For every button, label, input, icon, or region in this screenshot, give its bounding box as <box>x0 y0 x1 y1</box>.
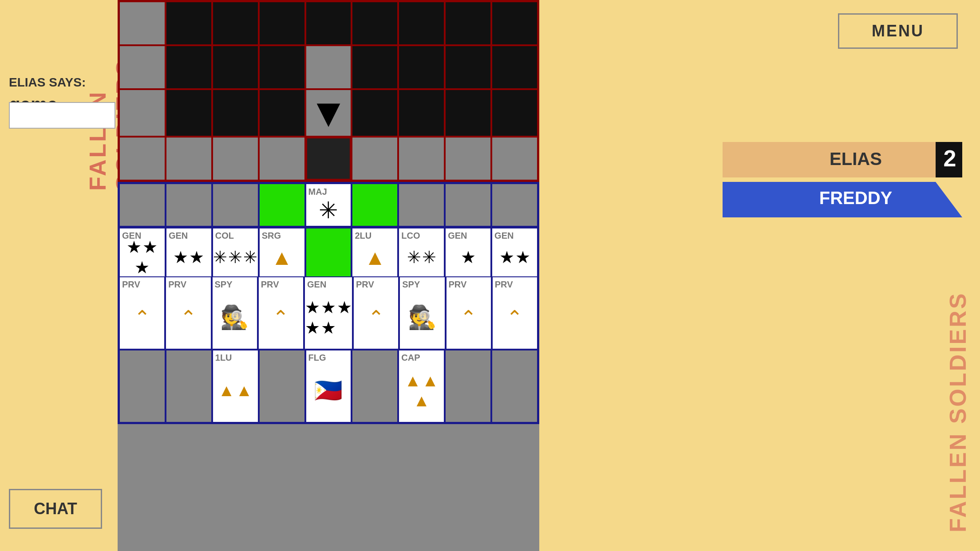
player-row2: PRV ⌃ PRV ⌃ SPY 🕵 PRV ⌃ <box>119 276 538 350</box>
piece-gen3star[interactable]: GEN ★★★ <box>119 228 166 278</box>
game-board: ▼ MAJ ✳ <box>118 0 539 551</box>
enemy-cell[interactable] <box>352 1 398 45</box>
enemy-cell[interactable] <box>352 45 398 89</box>
piece-gen5star[interactable]: GEN ★★★ ★★ <box>304 276 353 350</box>
left-panel: FALLEN SOLDIERS ELIAS SAYS: game CHAT <box>0 0 118 551</box>
player-cell[interactable] <box>491 183 538 227</box>
enemy-cell[interactable] <box>398 1 445 45</box>
enemy-cell[interactable] <box>212 137 259 181</box>
player-cell[interactable] <box>398 183 445 227</box>
player-cell[interactable] <box>212 183 259 227</box>
enemy-cell[interactable] <box>491 1 538 45</box>
enemy-cell[interactable] <box>259 1 305 45</box>
enemy-cell[interactable] <box>445 89 491 137</box>
player-cell-green[interactable] <box>352 183 398 227</box>
enemy-cell[interactable] <box>166 1 212 45</box>
enemy-cell[interactable] <box>445 1 491 45</box>
chat-input-box[interactable] <box>9 102 115 129</box>
enemy-cell[interactable] <box>491 137 538 181</box>
enemy-cell[interactable] <box>445 45 491 89</box>
enemy-cell[interactable] <box>445 137 491 181</box>
selected-enemy-cell[interactable] <box>305 137 352 181</box>
enemy-cell[interactable] <box>352 137 398 181</box>
enemy-cell[interactable] <box>398 45 445 89</box>
enemy-cell[interactable] <box>491 89 538 137</box>
enemy-cell[interactable] <box>305 45 352 89</box>
arrow-cell[interactable]: ▼ <box>305 89 352 137</box>
player-cell-empty[interactable] <box>259 350 305 423</box>
player-cell-empty[interactable] <box>445 350 491 423</box>
piece-prv6[interactable]: PRV ⌃ <box>492 276 538 350</box>
piece-prv5[interactable]: PRV ⌃ <box>446 276 492 350</box>
player-row3: 1LU ▲▲ FLG 🇵🇭 CAP ▲▲▲ <box>119 350 538 423</box>
maj-cell[interactable]: MAJ ✳ <box>305 183 352 227</box>
enemy-cell[interactable] <box>119 137 166 181</box>
enemy-cell[interactable] <box>398 89 445 137</box>
player-cell-empty[interactable] <box>119 350 166 423</box>
right-panel: MENU ELIAS 2 FREDDY FALLEN SOLDIERS <box>539 0 980 551</box>
piece-col[interactable]: COL ✳✳✳ <box>212 228 259 278</box>
piece-cap[interactable]: CAP ▲▲▲ <box>398 350 445 423</box>
piece-prv3[interactable]: PRV ⌃ <box>258 276 304 350</box>
elias-says-label: ELIAS SAYS: <box>9 75 86 90</box>
piece-spy1[interactable]: SPY 🕵 <box>212 276 258 350</box>
enemy-cell[interactable] <box>305 1 352 45</box>
score-badges: ELIAS 2 FREDDY <box>714 133 971 226</box>
piece-2lu[interactable]: 2LU ▲ <box>352 228 398 278</box>
player-cell-empty[interactable] <box>352 350 398 423</box>
enemy-cell[interactable] <box>166 89 212 137</box>
enemy-cell[interactable] <box>166 137 212 181</box>
player-special-row: MAJ ✳ <box>119 183 538 228</box>
piece-gen2star[interactable]: GEN ★★ <box>166 228 212 278</box>
enemy-cell[interactable] <box>352 89 398 137</box>
piece-flg[interactable]: FLG 🇵🇭 <box>305 350 352 423</box>
piece-prv1[interactable]: PRV ⌃ <box>119 276 165 350</box>
piece-prv2[interactable]: PRV ⌃ <box>165 276 211 350</box>
player-cell-green[interactable] <box>305 228 352 278</box>
player-zone: MAJ ✳ GEN ★★★ GEN ★★ COL <box>118 182 539 424</box>
player-row1: GEN ★★★ GEN ★★ COL ✳✳✳ SRG ▲ <box>119 228 538 276</box>
enemy-cell[interactable] <box>119 45 166 89</box>
enemy-cell[interactable] <box>119 1 166 45</box>
enemy-cell[interactable] <box>259 45 305 89</box>
chat-button[interactable]: CHAT <box>9 489 102 529</box>
piece-gen2star-b[interactable]: GEN ★★ <box>491 228 538 278</box>
badge-svg-area: ELIAS 2 FREDDY <box>714 133 971 228</box>
enemy-cell[interactable] <box>491 45 538 89</box>
freddy-name-badge: FREDDY <box>819 188 893 208</box>
player-cell[interactable] <box>119 183 166 227</box>
enemy-cell[interactable] <box>212 1 259 45</box>
enemy-cell[interactable] <box>212 89 259 137</box>
enemy-cell[interactable] <box>119 89 166 137</box>
player-cell[interactable] <box>166 183 212 227</box>
svg-text:2: 2 <box>944 146 956 171</box>
enemy-cell[interactable] <box>259 137 305 181</box>
menu-button[interactable]: MENU <box>838 13 958 49</box>
player-cell[interactable] <box>445 183 491 227</box>
player-cell-empty[interactable] <box>166 350 212 423</box>
piece-prv4[interactable]: PRV ⌃ <box>353 276 399 350</box>
enemy-cell[interactable] <box>212 45 259 89</box>
enemy-cell[interactable] <box>398 137 445 181</box>
elias-name-badge: ELIAS <box>830 149 882 169</box>
piece-gen1star[interactable]: GEN ★ <box>445 228 491 278</box>
piece-spy2[interactable]: SPY 🕵 <box>399 276 445 350</box>
enemy-cell[interactable] <box>259 89 305 137</box>
piece-1lu[interactable]: 1LU ▲▲ <box>212 350 259 423</box>
enemy-cell[interactable] <box>166 45 212 89</box>
player-cell-green[interactable] <box>259 183 305 227</box>
piece-srg[interactable]: SRG ▲ <box>259 228 305 278</box>
player-cell-empty[interactable] <box>491 350 538 423</box>
enemy-zone: ▼ <box>118 0 539 182</box>
piece-lco[interactable]: LCO ✳✳ <box>398 228 445 278</box>
fallen-soldiers-right-label: FALLEN SOLDIERS <box>944 222 971 532</box>
